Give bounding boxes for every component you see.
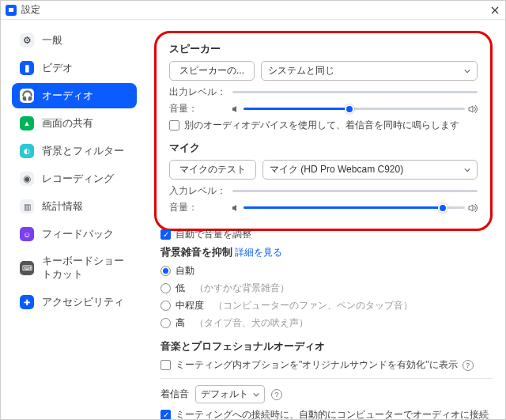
sidebar-item-general[interactable]: ⚙一般 [12, 28, 137, 53]
sidebar-item-accessibility[interactable]: ✚アクセシビリティ [12, 289, 137, 315]
volume-high-icon [468, 203, 478, 213]
app-icon [6, 5, 17, 16]
sidebar-item-label: アクセシビリティ [42, 296, 124, 309]
pro-audio-title: 音楽とプロフェショナルオーディオ [160, 340, 493, 354]
record-icon: ◉ [20, 172, 34, 186]
sidebar-item-recording[interactable]: ◉レコーディング [12, 166, 137, 191]
speaker-device-select[interactable]: システムと同じ [261, 61, 478, 81]
mic-section-title: マイク [169, 142, 478, 155]
mic-device-value: マイク (HD Pro Webcam C920) [270, 163, 403, 176]
highlight-box: スピーカー スピーカーの... システムと同じ 出力レベル： 音量： 別のオーデ [154, 31, 493, 231]
sidebar-item-label: キーボードショートカット [42, 255, 129, 282]
radio-label: 低 [176, 282, 185, 295]
chevron-down-icon [464, 167, 470, 173]
sidebar-item-label: レコーディング [42, 172, 114, 186]
stats-icon: ▥ [20, 199, 34, 214]
radio-label: 中程度 [176, 299, 204, 312]
auto-adjust-volume-checkbox[interactable]: 自動で音量を調整 [160, 228, 493, 241]
test-speaker-button[interactable]: スピーカーの... [169, 61, 255, 81]
sidebar-item-label: オーディオ [42, 89, 93, 103]
sidebar-item-shortcuts[interactable]: ⌨キーボードショートカット [12, 249, 137, 287]
sidebar-item-video[interactable]: ▮ビデオ [12, 55, 137, 81]
mic-volume-label: 音量： [169, 201, 225, 214]
noise-suppress-title: 背景雑音を抑制 [160, 247, 232, 258]
sidebar-item-feedback[interactable]: ☺フィードバック [12, 221, 137, 247]
speaker-volume-label: 音量： [169, 102, 225, 115]
noise-low-radio[interactable]: 低（かすかな背景雑音） [160, 282, 493, 295]
window-title: 設定 [21, 3, 40, 17]
titlebar: 設定 [1, 1, 505, 20]
sidebar-item-background[interactable]: ◐背景とフィルター [12, 138, 137, 164]
checkbox-label: ミーティングへの接続時に、自動的にコンピューターでオーディオに接続 [176, 408, 489, 419]
speaker-section-title: スピーカー [169, 43, 478, 56]
sidebar-item-share[interactable]: ▲画面の共有 [12, 111, 137, 136]
divider [160, 378, 493, 379]
ringtone-select[interactable]: デフォルト [195, 385, 265, 403]
input-level-meter [232, 190, 478, 192]
output-level-label: 出力レベル： [169, 85, 226, 99]
sidebar-item-label: 統計情報 [42, 200, 83, 214]
keyboard-icon: ⌨ [20, 261, 34, 275]
headphones-icon: 🎧 [20, 89, 34, 103]
sidebar-item-label: ビデオ [42, 62, 73, 75]
radio-hint: （タイプ音、犬の吠え声） [194, 316, 308, 330]
ringtone-value: デフォルト [201, 388, 248, 401]
sidebar-item-label: 背景とフィルター [42, 145, 124, 158]
settings-panel: スピーカー スピーカーの... システムと同じ 出力レベル： 音量： 別のオーデ [148, 20, 505, 419]
checkbox-label: ミーティング内オプションを"オリジナルサウンドを有効化"に表示 [176, 358, 458, 372]
close-button[interactable] [489, 5, 500, 16]
mic-volume-slider[interactable] [231, 203, 478, 213]
help-icon[interactable]: ? [463, 360, 474, 371]
radio-hint: （かすかな背景雑音） [194, 282, 289, 295]
noise-high-radio[interactable]: 高（タイプ音、犬の吠え声） [160, 316, 493, 330]
gear-icon: ⚙ [20, 33, 34, 47]
accessibility-icon: ✚ [20, 295, 34, 309]
volume-low-icon [231, 203, 240, 213]
auto-join-audio-checkbox[interactable]: ミーティングへの接続時に、自動的にコンピューターでオーディオに接続 [160, 408, 493, 419]
speaker-device-value: システムと同じ [268, 64, 334, 78]
sidebar-item-label: 画面の共有 [42, 117, 93, 131]
sidebar-item-label: 一般 [42, 34, 62, 47]
help-icon[interactable]: ? [271, 389, 282, 400]
input-level-label: 入力レベル： [169, 184, 226, 198]
mic-device-select[interactable]: マイク (HD Pro Webcam C920) [262, 160, 478, 180]
sidebar: ⚙一般 ▮ビデオ 🎧オーディオ ▲画面の共有 ◐背景とフィルター ◉レコーディン… [1, 20, 148, 419]
share-screen-icon: ▲ [20, 116, 34, 131]
sidebar-item-stats[interactable]: ▥統計情報 [12, 194, 137, 219]
sidebar-item-audio[interactable]: 🎧オーディオ [12, 83, 137, 108]
background-icon: ◐ [20, 144, 34, 158]
sidebar-item-label: フィードバック [42, 228, 114, 241]
speaker-volume-slider[interactable] [231, 104, 478, 114]
original-sound-checkbox[interactable]: ミーティング内オプションを"オリジナルサウンドを有効化"に表示? [160, 358, 493, 372]
learn-more-link[interactable]: 詳細を見る [235, 247, 282, 258]
video-icon: ▮ [20, 61, 34, 75]
feedback-icon: ☺ [20, 227, 34, 241]
chevron-down-icon [253, 392, 259, 398]
chevron-down-icon [464, 68, 470, 74]
radio-label: 自動 [176, 264, 194, 278]
noise-auto-radio[interactable]: 自動 [160, 264, 493, 278]
radio-hint: （コンピューターのファン、ペンのタップ音） [213, 299, 413, 312]
volume-low-icon [231, 104, 240, 114]
output-level-meter [232, 91, 478, 93]
radio-label: 高 [176, 316, 185, 330]
noise-med-radio[interactable]: 中程度（コンピューターのファン、ペンのタップ音） [160, 299, 493, 312]
ringtone-label: 着信音 [160, 388, 189, 401]
volume-high-icon [468, 104, 478, 114]
checkbox-label: 別のオーディオデバイスを使用して、着信音を同時に鳴らします [184, 119, 459, 132]
ringtone-separate-device-checkbox[interactable]: 別のオーディオデバイスを使用して、着信音を同時に鳴らします [169, 119, 478, 132]
test-mic-button[interactable]: マイクのテスト [169, 160, 256, 180]
checkbox-label: 自動で音量を調整 [176, 228, 251, 241]
